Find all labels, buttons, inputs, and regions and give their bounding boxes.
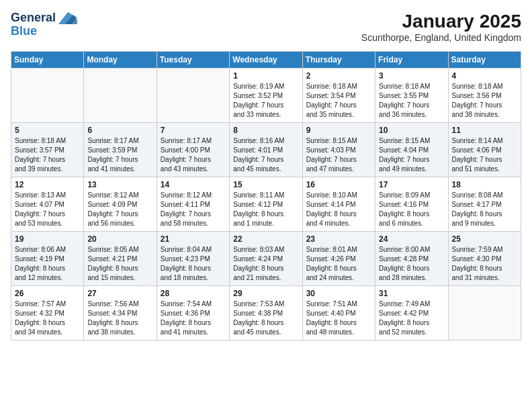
logo: General Blue xyxy=(11,11,77,38)
day-number: 14 xyxy=(161,180,226,189)
day-number: 8 xyxy=(233,126,298,135)
day-number: 7 xyxy=(161,126,226,135)
day-number: 9 xyxy=(306,126,371,135)
day-number: 28 xyxy=(161,289,226,298)
day-number: 1 xyxy=(233,71,298,81)
day-number: 30 xyxy=(306,289,371,298)
day-info: Sunrise: 8:10 AM Sunset: 4:14 PM Dayligh… xyxy=(306,191,371,228)
day-number: 19 xyxy=(15,234,80,244)
calendar-cell: 29Sunrise: 7:53 AM Sunset: 4:38 PM Dayli… xyxy=(230,286,302,340)
day-number: 31 xyxy=(379,289,444,298)
calendar-cell: 31Sunrise: 7:49 AM Sunset: 4:42 PM Dayli… xyxy=(375,286,448,340)
calendar-cell: 3Sunrise: 8:18 AM Sunset: 3:55 PM Daylig… xyxy=(375,68,448,123)
weekday-header-wednesday: Wednesday xyxy=(230,52,302,68)
calendar-week-4: 19Sunrise: 8:06 AM Sunset: 4:19 PM Dayli… xyxy=(11,232,521,286)
calendar-cell: 7Sunrise: 8:17 AM Sunset: 4:00 PM Daylig… xyxy=(157,123,229,177)
day-number: 17 xyxy=(379,180,444,189)
day-number: 22 xyxy=(233,234,298,244)
calendar-cell: 13Sunrise: 8:12 AM Sunset: 4:09 PM Dayli… xyxy=(84,177,157,232)
day-number: 2 xyxy=(306,71,371,81)
calendar-cell: 30Sunrise: 7:51 AM Sunset: 4:40 PM Dayli… xyxy=(302,286,375,340)
day-number: 24 xyxy=(379,234,444,244)
calendar-cell: 8Sunrise: 8:16 AM Sunset: 4:01 PM Daylig… xyxy=(230,123,302,177)
calendar-cell: 11Sunrise: 8:14 AM Sunset: 4:06 PM Dayli… xyxy=(448,123,521,177)
calendar-cell: 5Sunrise: 8:18 AM Sunset: 3:57 PM Daylig… xyxy=(11,123,84,177)
day-number: 29 xyxy=(233,289,298,298)
weekday-header-friday: Friday xyxy=(375,52,448,68)
logo-blue: Blue xyxy=(11,24,37,38)
calendar-cell: 17Sunrise: 8:09 AM Sunset: 4:16 PM Dayli… xyxy=(375,177,448,232)
day-info: Sunrise: 8:15 AM Sunset: 4:04 PM Dayligh… xyxy=(379,136,444,174)
calendar-cell: 10Sunrise: 8:15 AM Sunset: 4:04 PM Dayli… xyxy=(375,123,448,177)
day-number: 12 xyxy=(15,180,80,189)
day-number: 23 xyxy=(306,234,371,244)
day-number: 16 xyxy=(306,180,371,189)
calendar-cell: 25Sunrise: 7:59 AM Sunset: 4:30 PM Dayli… xyxy=(448,232,521,286)
calendar-cell: 18Sunrise: 8:08 AM Sunset: 4:17 PM Dayli… xyxy=(448,177,521,232)
day-info: Sunrise: 7:57 AM Sunset: 4:32 PM Dayligh… xyxy=(15,300,80,337)
day-number: 13 xyxy=(87,180,152,189)
calendar-header-row: SundayMondayTuesdayWednesdayThursdayFrid… xyxy=(11,52,521,68)
calendar-cell: 14Sunrise: 8:12 AM Sunset: 4:11 PM Dayli… xyxy=(157,177,229,232)
calendar-cell: 6Sunrise: 8:17 AM Sunset: 3:59 PM Daylig… xyxy=(84,123,157,177)
day-info: Sunrise: 8:19 AM Sunset: 3:52 PM Dayligh… xyxy=(233,82,298,120)
day-info: Sunrise: 8:13 AM Sunset: 4:07 PM Dayligh… xyxy=(15,191,80,228)
day-info: Sunrise: 8:09 AM Sunset: 4:16 PM Dayligh… xyxy=(379,191,444,228)
day-info: Sunrise: 8:06 AM Sunset: 4:19 PM Dayligh… xyxy=(15,245,80,283)
calendar-cell xyxy=(448,286,521,340)
day-number: 26 xyxy=(15,289,80,298)
day-info: Sunrise: 7:53 AM Sunset: 4:38 PM Dayligh… xyxy=(233,300,298,337)
day-number: 15 xyxy=(233,180,298,189)
day-number: 20 xyxy=(87,234,152,244)
calendar-cell: 21Sunrise: 8:04 AM Sunset: 4:23 PM Dayli… xyxy=(157,232,229,286)
day-info: Sunrise: 8:11 AM Sunset: 4:12 PM Dayligh… xyxy=(233,191,298,228)
day-info: Sunrise: 8:17 AM Sunset: 3:59 PM Dayligh… xyxy=(87,136,152,174)
calendar-cell: 2Sunrise: 8:18 AM Sunset: 3:54 PM Daylig… xyxy=(302,68,375,123)
day-info: Sunrise: 7:59 AM Sunset: 4:30 PM Dayligh… xyxy=(452,245,517,283)
day-info: Sunrise: 8:18 AM Sunset: 3:56 PM Dayligh… xyxy=(452,82,517,120)
day-info: Sunrise: 8:17 AM Sunset: 4:00 PM Dayligh… xyxy=(161,136,226,174)
calendar-cell: 23Sunrise: 8:01 AM Sunset: 4:26 PM Dayli… xyxy=(302,232,375,286)
day-info: Sunrise: 8:18 AM Sunset: 3:55 PM Dayligh… xyxy=(379,82,444,120)
day-info: Sunrise: 7:51 AM Sunset: 4:40 PM Dayligh… xyxy=(306,300,371,337)
day-number: 6 xyxy=(87,126,152,135)
day-info: Sunrise: 8:18 AM Sunset: 3:54 PM Dayligh… xyxy=(306,82,371,120)
weekday-header-saturday: Saturday xyxy=(448,52,521,68)
calendar-week-2: 5Sunrise: 8:18 AM Sunset: 3:57 PM Daylig… xyxy=(11,123,521,177)
calendar-cell: 28Sunrise: 7:54 AM Sunset: 4:36 PM Dayli… xyxy=(157,286,229,340)
page-container: General Blue January 2025 Scunthorpe, En… xyxy=(0,0,532,346)
day-info: Sunrise: 7:49 AM Sunset: 4:42 PM Dayligh… xyxy=(379,300,444,337)
calendar-cell xyxy=(157,68,229,123)
day-number: 3 xyxy=(379,71,444,81)
calendar-cell: 24Sunrise: 8:00 AM Sunset: 4:28 PM Dayli… xyxy=(375,232,448,286)
day-info: Sunrise: 8:18 AM Sunset: 3:57 PM Dayligh… xyxy=(15,136,80,174)
calendar-subtitle: Scunthorpe, England, United Kingdom xyxy=(361,32,521,43)
day-number: 27 xyxy=(87,289,152,298)
calendar-cell: 19Sunrise: 8:06 AM Sunset: 4:19 PM Dayli… xyxy=(11,232,84,286)
calendar-cell: 15Sunrise: 8:11 AM Sunset: 4:12 PM Dayli… xyxy=(230,177,302,232)
calendar-cell: 9Sunrise: 8:15 AM Sunset: 4:03 PM Daylig… xyxy=(302,123,375,177)
calendar-week-1: 1Sunrise: 8:19 AM Sunset: 3:52 PM Daylig… xyxy=(11,68,521,123)
calendar-cell: 1Sunrise: 8:19 AM Sunset: 3:52 PM Daylig… xyxy=(230,68,302,123)
calendar-cell: 22Sunrise: 8:03 AM Sunset: 4:24 PM Dayli… xyxy=(230,232,302,286)
calendar-week-3: 12Sunrise: 8:13 AM Sunset: 4:07 PM Dayli… xyxy=(11,177,521,232)
day-info: Sunrise: 8:15 AM Sunset: 4:03 PM Dayligh… xyxy=(306,136,371,174)
calendar-cell xyxy=(11,68,84,123)
day-info: Sunrise: 8:04 AM Sunset: 4:23 PM Dayligh… xyxy=(161,245,226,283)
weekday-header-thursday: Thursday xyxy=(302,52,375,68)
day-info: Sunrise: 8:05 AM Sunset: 4:21 PM Dayligh… xyxy=(87,245,152,283)
calendar-cell xyxy=(84,68,157,123)
calendar-cell: 4Sunrise: 8:18 AM Sunset: 3:56 PM Daylig… xyxy=(448,68,521,123)
day-number: 4 xyxy=(452,71,517,81)
day-info: Sunrise: 8:00 AM Sunset: 4:28 PM Dayligh… xyxy=(379,245,444,283)
page-header: General Blue January 2025 Scunthorpe, En… xyxy=(11,11,521,43)
calendar-cell: 27Sunrise: 7:56 AM Sunset: 4:34 PM Dayli… xyxy=(84,286,157,340)
day-number: 11 xyxy=(452,126,517,135)
day-info: Sunrise: 7:56 AM Sunset: 4:34 PM Dayligh… xyxy=(87,300,152,337)
weekday-header-monday: Monday xyxy=(84,52,157,68)
logo-icon xyxy=(58,11,77,26)
day-number: 10 xyxy=(379,126,444,135)
weekday-header-tuesday: Tuesday xyxy=(157,52,229,68)
day-number: 21 xyxy=(161,234,226,244)
weekday-header-sunday: Sunday xyxy=(11,52,84,68)
